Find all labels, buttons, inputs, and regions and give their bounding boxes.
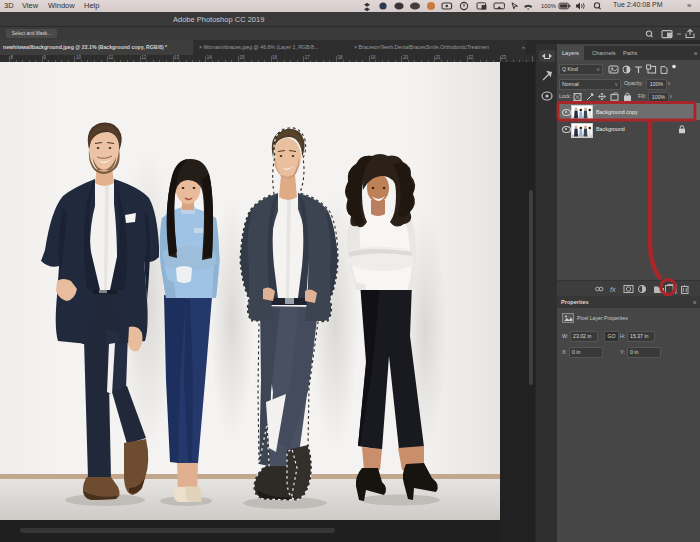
svg-text:100%: 100% bbox=[541, 3, 556, 9]
svg-text:fx: fx bbox=[610, 286, 616, 293]
